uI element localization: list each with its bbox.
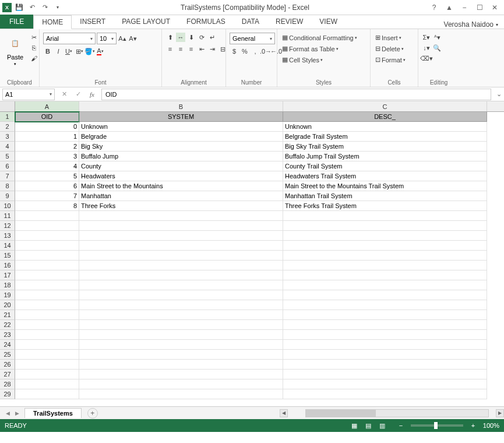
cell[interactable] bbox=[283, 379, 487, 389]
cell[interactable] bbox=[79, 379, 283, 389]
align-top-icon[interactable]: ⬆ bbox=[165, 33, 175, 42]
sort-filter-icon[interactable]: ᴬ▾ bbox=[432, 33, 442, 42]
comma-icon[interactable]: , bbox=[251, 47, 260, 56]
cell[interactable] bbox=[283, 350, 487, 360]
cell[interactable] bbox=[15, 290, 79, 300]
row-header[interactable]: 11 bbox=[0, 211, 15, 221]
zoom-slider[interactable] bbox=[411, 424, 463, 427]
currency-icon[interactable]: $ bbox=[230, 47, 239, 56]
find-icon[interactable]: 🔍 bbox=[432, 43, 442, 52]
cell[interactable] bbox=[283, 360, 487, 370]
cell[interactable]: Main Street to the Mountains bbox=[79, 181, 283, 191]
increase-decimal-icon[interactable]: .0→ bbox=[261, 47, 270, 56]
tab-formulas[interactable]: FORMULAS bbox=[178, 15, 234, 29]
conditional-formatting-button[interactable]: ▦ Conditional Formatting▾ bbox=[281, 33, 358, 43]
increase-font-icon[interactable]: A▴ bbox=[118, 34, 127, 43]
hscroll-right-icon[interactable]: ▶ bbox=[496, 409, 504, 417]
tab-insert[interactable]: INSERT bbox=[72, 15, 114, 29]
cell[interactable]: Main Street to the Mountains Trail Syste… bbox=[283, 181, 487, 191]
insert-cells-button[interactable]: ⊞ Insert▾ bbox=[374, 33, 403, 43]
cell[interactable] bbox=[79, 350, 283, 360]
cell[interactable]: Three Forks bbox=[79, 201, 283, 211]
horizontal-scrollbar[interactable] bbox=[305, 409, 489, 417]
cell[interactable]: Buffalo Jump bbox=[79, 152, 283, 161]
cell[interactable] bbox=[79, 300, 283, 310]
insert-function-icon[interactable]: fx bbox=[85, 89, 99, 100]
cell[interactable] bbox=[15, 280, 79, 290]
clear-icon[interactable]: ⌫▾ bbox=[422, 54, 431, 63]
zoom-in-button[interactable]: + bbox=[467, 421, 480, 430]
font-color-button[interactable]: A▾ bbox=[96, 47, 105, 56]
cell[interactable] bbox=[283, 280, 487, 290]
row-header[interactable]: 5 bbox=[0, 152, 15, 161]
formula-input[interactable]: OID bbox=[101, 89, 491, 100]
cell[interactable] bbox=[15, 270, 79, 280]
cell[interactable] bbox=[79, 241, 283, 251]
cell[interactable] bbox=[79, 221, 283, 231]
col-header-b[interactable]: B bbox=[79, 101, 283, 111]
undo-icon[interactable]: ↶ bbox=[27, 2, 37, 13]
cell[interactable] bbox=[15, 221, 79, 231]
format-cells-button[interactable]: ⊡ Format▾ bbox=[374, 55, 407, 65]
row-header[interactable]: 1 bbox=[0, 112, 15, 122]
row-header[interactable]: 22 bbox=[0, 320, 15, 330]
row-header[interactable]: 24 bbox=[0, 340, 15, 350]
decrease-indent-icon[interactable]: ⇤ bbox=[197, 44, 206, 54]
sheet-tab[interactable]: TrailSystems bbox=[24, 408, 82, 418]
percent-icon[interactable]: % bbox=[240, 47, 249, 56]
cell[interactable] bbox=[79, 270, 283, 280]
cell[interactable] bbox=[283, 340, 487, 350]
row-header[interactable]: 26 bbox=[0, 360, 15, 370]
autosum-icon[interactable]: Σ▾ bbox=[422, 33, 431, 42]
cell[interactable] bbox=[15, 379, 79, 389]
align-bottom-icon[interactable]: ⬇ bbox=[186, 33, 196, 42]
format-as-table-button[interactable]: ▦ Format as Table▾ bbox=[281, 44, 340, 54]
expand-formula-bar-icon[interactable]: ⌄ bbox=[494, 90, 504, 98]
cell[interactable]: 8 bbox=[15, 201, 79, 211]
cell[interactable]: County Trail System bbox=[283, 161, 487, 171]
cell[interactable] bbox=[15, 330, 79, 340]
row-header[interactable]: 4 bbox=[0, 142, 15, 152]
cell[interactable] bbox=[15, 300, 79, 310]
normal-view-icon[interactable]: ▦ bbox=[348, 421, 361, 430]
cell[interactable] bbox=[79, 320, 283, 330]
cell[interactable]: SYSTEM bbox=[79, 112, 283, 122]
cell[interactable] bbox=[283, 251, 487, 261]
border-button[interactable]: ⊞▾ bbox=[75, 47, 84, 56]
row-header[interactable]: 19 bbox=[0, 290, 15, 300]
tab-page-layout[interactable]: PAGE LAYOUT bbox=[114, 15, 178, 29]
paste-button[interactable]: 📋 Paste ▾ bbox=[3, 33, 27, 68]
cell[interactable] bbox=[283, 241, 487, 251]
minimize-button[interactable]: − bbox=[457, 2, 471, 13]
row-header[interactable]: 14 bbox=[0, 241, 15, 251]
maximize-button[interactable]: ☐ bbox=[473, 2, 487, 13]
save-icon[interactable]: 💾 bbox=[14, 2, 24, 13]
row-header[interactable]: 29 bbox=[0, 389, 15, 399]
tab-home[interactable]: HOME bbox=[33, 15, 72, 29]
cell[interactable]: Belgrade Trail System bbox=[283, 132, 487, 142]
cell[interactable] bbox=[15, 251, 79, 261]
cell[interactable] bbox=[15, 241, 79, 251]
cell[interactable] bbox=[79, 290, 283, 300]
align-right-icon[interactable]: ≡ bbox=[186, 44, 196, 54]
row-header[interactable]: 15 bbox=[0, 251, 15, 261]
cell[interactable] bbox=[79, 370, 283, 379]
cell[interactable] bbox=[283, 330, 487, 340]
row-header[interactable]: 25 bbox=[0, 350, 15, 360]
cell[interactable]: 0 bbox=[15, 122, 79, 132]
cell[interactable] bbox=[15, 320, 79, 330]
cell[interactable] bbox=[15, 261, 79, 270]
cell[interactable] bbox=[283, 231, 487, 241]
cell[interactable]: Manhattan bbox=[79, 191, 283, 201]
name-box[interactable]: A1▾ bbox=[2, 89, 55, 100]
ribbon-options-icon[interactable]: ▲ bbox=[442, 2, 456, 13]
row-header[interactable]: 21 bbox=[0, 310, 15, 320]
cell[interactable] bbox=[79, 261, 283, 270]
add-sheet-button[interactable]: + bbox=[87, 408, 98, 419]
number-format-combo[interactable]: General▾ bbox=[230, 33, 275, 44]
cell[interactable]: OID bbox=[15, 112, 79, 122]
cell[interactable]: County bbox=[79, 161, 283, 171]
cell[interactable]: 3 bbox=[15, 152, 79, 161]
zoom-level[interactable]: 100% bbox=[483, 422, 499, 429]
tab-review[interactable]: REVIEW bbox=[267, 15, 311, 29]
